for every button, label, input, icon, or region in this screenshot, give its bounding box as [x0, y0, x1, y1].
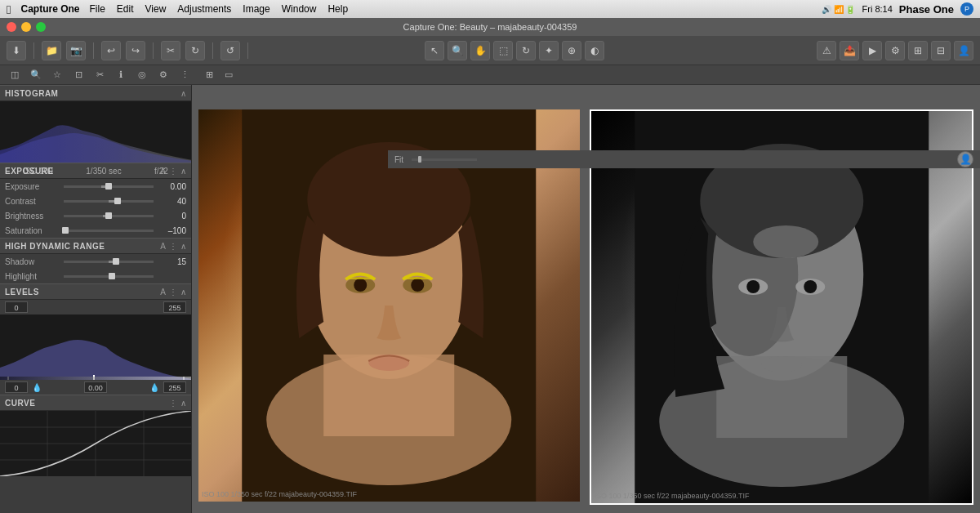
sub-toolbar: ◫ 🔍 ☆ ⊡ ✂ ℹ ◎ ⚙ ⋮ ⊞ ▭ — [0, 65, 980, 85]
levels-header[interactable]: LEVELS A ⋮ ∧ — [0, 283, 191, 300]
maximize-button[interactable] — [36, 22, 46, 32]
menu-window[interactable]: Window — [282, 3, 317, 15]
exposure-expand[interactable]: ⋮ — [169, 167, 177, 176]
app-name[interactable]: Capture One — [20, 3, 79, 15]
menu-file[interactable]: File — [90, 3, 105, 15]
crop-button[interactable]: ✂ — [161, 41, 180, 60]
svg-point-31 — [761, 356, 802, 372]
black-point-eyedropper[interactable]: 💧 — [31, 381, 42, 393]
svg-point-18 — [411, 279, 424, 292]
levels-section: LEVELS A ⋮ ∧ 0 255 — [0, 283, 191, 395]
rotate-button[interactable]: ↻ — [185, 41, 205, 60]
clone-tool[interactable]: ⊕ — [562, 41, 581, 60]
mask-tool[interactable]: ◐ — [585, 41, 604, 60]
import-button[interactable]: ⬇ — [7, 41, 26, 60]
close-button[interactable] — [7, 22, 16, 32]
toolbar-sep-1 — [33, 42, 34, 59]
crop-sub-icon[interactable]: ✂ — [91, 68, 108, 83]
menubar:  Capture One File Edit View Adjustments… — [0, 0, 980, 18]
heal-tool[interactable]: ✦ — [539, 41, 559, 60]
rotate-tool[interactable]: ↻ — [516, 41, 536, 60]
zoom-tool[interactable]: 🔍 — [448, 41, 467, 60]
adjustments-icon[interactable]: ◎ — [134, 68, 150, 83]
menu-edit[interactable]: Edit — [117, 3, 134, 15]
redo-button[interactable]: ↪ — [126, 41, 145, 60]
white-point-eyedropper[interactable]: 💧 — [149, 381, 160, 393]
exposure-slider[interactable] — [64, 185, 154, 188]
crop-tool[interactable]: ⬚ — [493, 41, 513, 60]
select-tool[interactable]: ↖ — [425, 41, 444, 60]
zoom-slider-track[interactable] — [412, 158, 477, 161]
brightness-slider[interactable] — [64, 215, 154, 217]
levels-chevron[interactable]: ∧ — [180, 288, 186, 297]
hdr-header[interactable]: HIGH DYNAMIC RANGE A ⋮ ∧ — [0, 238, 191, 254]
histogram-header[interactable]: HISTOGRAM ∧ — [0, 85, 191, 101]
curve-header[interactable]: CURVE ⋮ ∧ — [0, 395, 191, 411]
auto-icon[interactable]: A — [160, 167, 166, 176]
phase-one-icon: P — [960, 2, 973, 16]
curve-canvas[interactable] — [0, 411, 192, 476]
menu-adjustments[interactable]: Adjustments — [177, 3, 231, 15]
star-icon[interactable]: ☆ — [49, 68, 65, 83]
hdr-auto-icon[interactable]: A — [160, 242, 166, 251]
info-icon[interactable]: ℹ — [113, 68, 129, 83]
menu-view[interactable]: View — [145, 3, 167, 15]
panels-button[interactable]: ⊟ — [931, 41, 951, 60]
saturation-label: Saturation — [5, 226, 60, 235]
levels-mid-value[interactable]: 0.00 — [84, 381, 107, 393]
warning-icon[interactable]: ⚠ — [817, 41, 836, 60]
grid-view-icon[interactable]: ⊞ — [201, 68, 217, 83]
exposure-chevron[interactable]: ∧ — [180, 167, 186, 176]
more-icon[interactable]: ⋮ — [176, 68, 193, 83]
bw-photo[interactable] — [591, 111, 973, 503]
saturation-slider[interactable] — [64, 230, 154, 232]
highlight-slider[interactable] — [64, 275, 154, 278]
levels-icons: A ⋮ ∧ — [160, 288, 186, 297]
curve-expand[interactable]: ⋮ — [169, 399, 177, 408]
contrast-slider[interactable] — [64, 200, 154, 203]
histogram-expand-icon[interactable]: ∧ — [180, 89, 186, 98]
search-icon[interactable]: 🔍 — [28, 68, 44, 83]
shadow-slider[interactable] — [64, 261, 154, 263]
hdr-chevron[interactable]: ∧ — [180, 242, 186, 251]
color-photo[interactable] — [198, 109, 580, 502]
reset-button[interactable]: ↺ — [220, 41, 240, 60]
undo-button[interactable]: ↩ — [101, 41, 121, 60]
levels-low-out[interactable]: 0 — [5, 381, 28, 393]
fit-label[interactable]: Fit — [394, 155, 403, 164]
levels-top-inputs: 0 255 — [0, 300, 191, 314]
levels-expand[interactable]: ⋮ — [169, 288, 177, 297]
settings-button[interactable]: ⚙ — [885, 41, 905, 60]
menu-image[interactable]: Image — [243, 3, 270, 15]
gear-icon[interactable]: ⚙ — [155, 68, 172, 83]
viewer-account-icon[interactable]: 👤 — [957, 151, 973, 167]
levels-high-input[interactable]: 255 — [163, 301, 186, 313]
histogram-canvas — [0, 101, 192, 163]
user-icon[interactable]: 👤 — [954, 41, 973, 60]
view-toggle: ⊞ ▭ — [201, 68, 237, 83]
menu-help[interactable]: Help — [327, 3, 348, 15]
levels-high-out[interactable]: 255 — [163, 381, 186, 393]
apple-menu[interactable]:  — [7, 2, 11, 16]
zoom-slider-thumb[interactable] — [418, 156, 421, 163]
titlebar: Capture One: Beauty – majabeauty-004359 — [0, 18, 980, 36]
curve-chevron[interactable]: ∧ — [180, 399, 186, 408]
library-button[interactable]: 📁 — [42, 41, 61, 60]
layout-button[interactable]: ⊞ — [908, 41, 928, 60]
levels-low-input[interactable]: 0 — [5, 301, 28, 313]
levels-auto-icon[interactable]: A — [160, 288, 166, 297]
hdr-expand[interactable]: ⋮ — [169, 242, 177, 251]
export-button[interactable]: 📤 — [840, 41, 859, 60]
filter-icon[interactable]: ⊡ — [70, 68, 87, 83]
brightness-label: Brightness — [5, 212, 60, 221]
pan-tool[interactable]: ✋ — [470, 41, 490, 60]
exposure-header[interactable]: EXPOSURE A ⋮ ∧ — [0, 163, 191, 179]
single-view-icon[interactable]: ▭ — [220, 68, 237, 83]
hist-icon[interactable]: ◫ — [7, 68, 23, 83]
process-button[interactable]: ▶ — [862, 41, 882, 60]
capture-button[interactable]: 📷 — [66, 41, 86, 60]
minimize-button[interactable] — [21, 22, 31, 32]
histogram-section: HISTOGRAM ∧ — [0, 85, 191, 163]
svg-rect-3 — [0, 377, 192, 380]
curve-icons: ⋮ ∧ — [169, 399, 186, 408]
